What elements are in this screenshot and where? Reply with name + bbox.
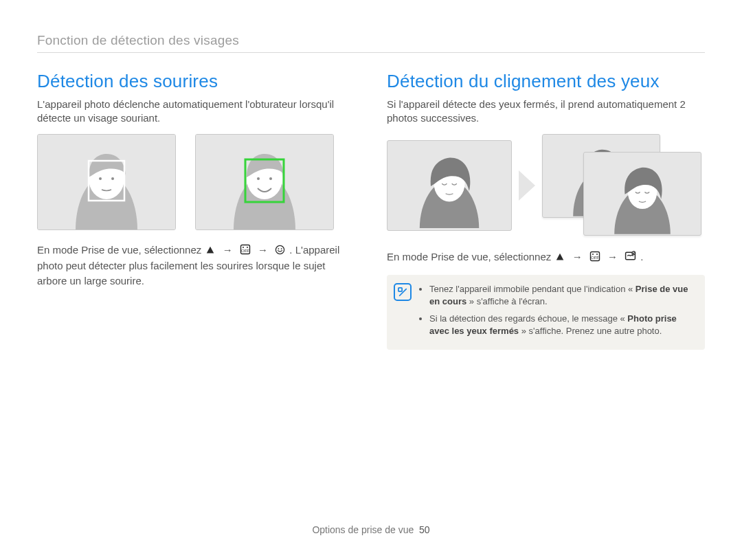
instr-text: .: [640, 251, 643, 262]
intro-smile: L'appareil photo déclenche automatiqueme…: [37, 98, 355, 126]
col-blink: Détection du clignement des yeux Si l'ap…: [387, 71, 705, 350]
instruction-smile: En mode Prise de vue, sélectionnez → → .…: [37, 243, 355, 289]
note-item: Tenez l'appareil immobile pendant que l'…: [429, 283, 695, 308]
intro-blink: Si l'appareil détecte des yeux fermés, i…: [387, 98, 705, 126]
col-smile: Détection des sourires L'appareil photo …: [37, 71, 355, 350]
note-icon: [394, 283, 412, 301]
face-off-icon: [589, 251, 600, 266]
footer-section: Options de prise de vue: [312, 524, 414, 535]
note-text: Si la détection des regards échoue, le m…: [429, 313, 627, 324]
blink-icon: [625, 250, 636, 266]
breadcrumb: Fonction de détection des visages: [37, 33, 705, 53]
arrow-icon: →: [572, 251, 583, 262]
note-item: Si la détection des regards échoue, le m…: [429, 313, 695, 337]
note-box: Tenez l'appareil immobile pendant que l'…: [387, 275, 705, 350]
smile-icon: [275, 244, 285, 259]
arrow-icon: →: [258, 244, 268, 256]
note-text: Tenez l'appareil immobile pendant que l'…: [429, 284, 636, 294]
arrow-icon: →: [607, 251, 618, 262]
footer: Options de prise de vue 50: [0, 524, 742, 535]
up-triangle-icon: [205, 244, 215, 259]
smile-thumbnails: [37, 134, 355, 230]
instruction-blink: En mode Prise de vue, sélectionnez → → .: [387, 249, 705, 266]
note-list: Tenez l'appareil immobile pendant que l'…: [418, 283, 695, 337]
arrow-right-icon: [519, 170, 535, 201]
two-column-layout: Détection des sourires L'appareil photo …: [37, 71, 705, 350]
arrow-icon: →: [223, 244, 233, 256]
note-text: » s'affiche. Prenez une autre photo.: [519, 326, 662, 336]
manual-page: Fonction de détection des visages Détect…: [0, 0, 742, 560]
note-text: » s'affiche à l'écran.: [466, 296, 547, 306]
up-triangle-icon: [555, 251, 565, 266]
instr-text: En mode Prise de vue, sélectionnez: [37, 244, 204, 256]
heading-smile: Détection des sourires: [37, 71, 355, 92]
heading-blink: Détection du clignement des yeux: [387, 71, 705, 92]
instr-text: En mode Prise de vue, sélectionnez: [387, 251, 554, 262]
thumb-two-shots: [542, 134, 705, 237]
thumb-face-neutral: [37, 134, 176, 230]
page-number: 50: [419, 524, 430, 535]
blink-thumbnails: [387, 134, 705, 237]
thumb-face-smile: [195, 134, 334, 230]
thumb-eyes-closed: [387, 140, 512, 231]
face-off-icon: [240, 244, 251, 259]
